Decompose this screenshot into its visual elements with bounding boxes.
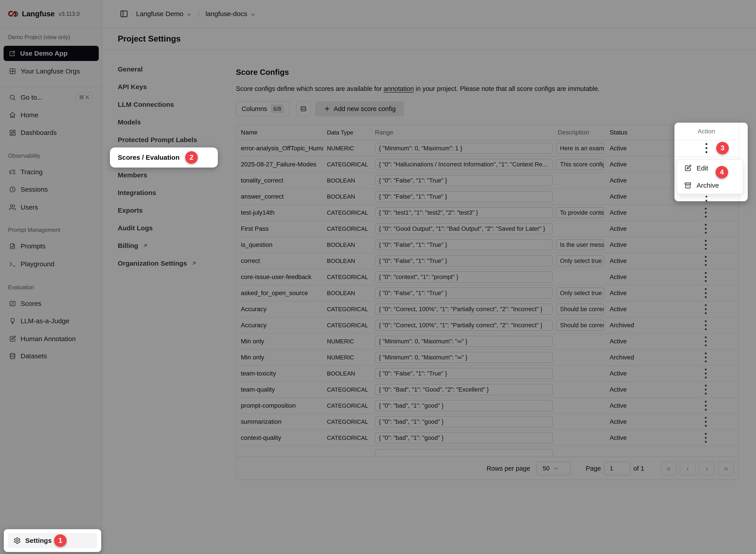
- kebab-icon: [705, 142, 708, 154]
- row-actions-kebab-button[interactable]: [700, 142, 713, 154]
- row-actions-menu: Edit Archive: [677, 159, 743, 195]
- step-badge-1: 1: [54, 534, 66, 547]
- menu-item-archive[interactable]: Archive: [677, 177, 743, 194]
- row-divider: [674, 156, 738, 157]
- tutorial-dim-overlay: [0, 0, 756, 554]
- action-column-spotlight: Action 3 Edit Archive 4: [674, 123, 748, 201]
- edit-icon: [684, 164, 692, 172]
- step-badge-3: 3: [716, 142, 729, 154]
- step-badge-4: 4: [715, 166, 728, 178]
- menu-item-edit[interactable]: Edit: [677, 160, 743, 177]
- header-divider: [674, 140, 738, 141]
- sidebar-item-settings[interactable]: Settings 1: [8, 533, 97, 548]
- settings-nav-item-scores-evaluation[interactable]: Scores / Evaluation 2: [110, 148, 218, 168]
- archive-icon: [684, 182, 692, 189]
- step-badge-2: 2: [185, 151, 198, 164]
- gear-icon: [14, 537, 21, 544]
- col-header-action-highlight: Action: [674, 123, 738, 140]
- settings-spotlight: Settings 1: [4, 529, 101, 552]
- app-window: Langfuse v3.113.0 Demo Project (view onl…: [0, 0, 756, 554]
